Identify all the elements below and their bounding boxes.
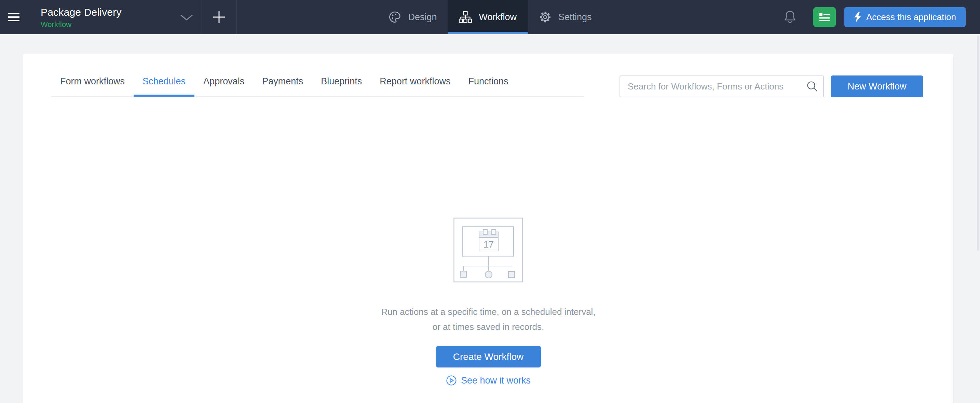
tab-functions[interactable]: Functions: [459, 76, 517, 96]
nav-item-settings[interactable]: Settings: [528, 0, 603, 34]
topbar-navigation: Design Workflow: [377, 0, 603, 34]
app-title: Package Delivery: [41, 6, 122, 18]
create-new-button[interactable]: [208, 10, 230, 24]
chevron-down-icon: [180, 14, 193, 21]
plus-icon: [212, 10, 226, 24]
access-application-label: Access this application: [866, 12, 956, 22]
access-application-button[interactable]: Access this application: [844, 7, 966, 27]
new-workflow-button[interactable]: New Workflow: [830, 76, 923, 97]
lightning-icon: [854, 12, 861, 22]
search-input[interactable]: [619, 76, 824, 97]
see-how-it-works-link[interactable]: See how it works: [446, 375, 531, 386]
workflow-card: Form workflows Schedules Approvals Payme…: [23, 54, 953, 403]
play-circle-icon: [446, 375, 457, 386]
tab-schedules[interactable]: Schedules: [134, 76, 194, 96]
form-list-icon: [819, 13, 830, 21]
nav-item-label: Settings: [558, 12, 592, 22]
topbar-divider: [237, 0, 237, 34]
search-icon: [806, 80, 818, 92]
workflow-tabs: Form workflows Schedules Approvals Payme…: [51, 54, 584, 97]
see-how-it-works-label: See how it works: [461, 375, 531, 386]
tab-report-workflows[interactable]: Report workflows: [371, 76, 459, 96]
app-root: Package Delivery Workflow: [0, 0, 980, 403]
nav-item-workflow[interactable]: Workflow: [448, 0, 528, 34]
org-chart-icon: [458, 11, 472, 23]
app-subtitle: Workflow: [41, 20, 122, 29]
main-area: Form workflows Schedules Approvals Payme…: [0, 34, 980, 403]
topbar-left-section: Package Delivery Workflow: [0, 0, 239, 34]
topbar-right-section: Access this application: [784, 0, 980, 34]
header-actions: New Workflow: [619, 76, 923, 97]
hamburger-icon: [8, 13, 19, 14]
gear-icon: [539, 11, 552, 24]
bell-icon: [784, 10, 796, 24]
nav-item-design[interactable]: Design: [377, 0, 448, 34]
tab-blueprints[interactable]: Blueprints: [312, 76, 371, 96]
app-switcher-chevron-button[interactable]: [180, 14, 193, 22]
tab-approvals[interactable]: Approvals: [194, 76, 253, 96]
app-title-block: Package Delivery Workflow: [41, 6, 122, 29]
vertical-scrollbar[interactable]: [977, 35, 979, 251]
empty-state-message-line2: or at times saved in records.: [433, 322, 544, 332]
empty-state-message: Run actions at a specific time, on a sch…: [381, 304, 595, 334]
topbar-divider: [202, 0, 202, 34]
scheduled-workflow-illustration-icon: 17: [453, 217, 523, 282]
search-box: [619, 76, 824, 97]
tab-form-workflows[interactable]: Form workflows: [51, 76, 134, 96]
palette-icon: [388, 11, 401, 24]
create-workflow-button[interactable]: Create Workflow: [436, 346, 541, 368]
empty-state-message-line1: Run actions at a specific time, on a sch…: [381, 307, 595, 317]
app-tile-button[interactable]: [813, 7, 836, 27]
schedules-empty-state: 17 Run actions at a specific time, on a …: [23, 217, 953, 386]
notifications-button[interactable]: [784, 10, 796, 24]
search-button[interactable]: [806, 80, 818, 92]
nav-item-label: Workflow: [479, 12, 517, 22]
nav-item-label: Design: [408, 12, 437, 22]
topbar: Package Delivery Workflow: [0, 0, 980, 34]
workflow-card-header: Form workflows Schedules Approvals Payme…: [23, 54, 953, 97]
calendar-day-number: 17: [484, 240, 494, 250]
hamburger-menu-button[interactable]: [8, 12, 20, 22]
tab-payments[interactable]: Payments: [253, 76, 312, 96]
